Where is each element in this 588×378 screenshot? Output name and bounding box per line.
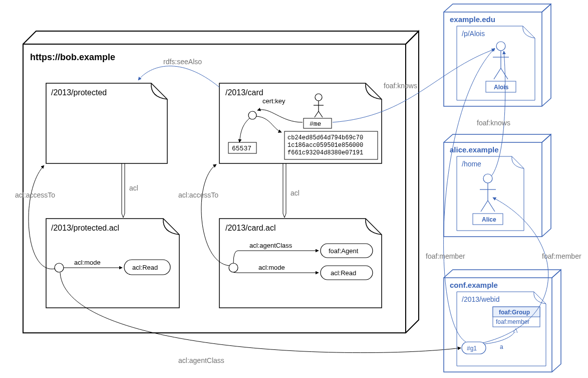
svg-line-7 — [315, 111, 319, 117]
svg-point-20 — [483, 174, 492, 183]
doctitle-conf: /2013/webid — [462, 295, 500, 303]
stickfigure-alois — [493, 42, 509, 79]
label-accessTo-left: acl:accessTo — [15, 191, 55, 199]
svg-line-2 — [122, 214, 123, 218]
svg-line-14 — [284, 214, 286, 218]
text-alois: Alois — [494, 84, 509, 91]
svg-line-3 — [123, 214, 125, 218]
text-g1: #g1 — [467, 345, 477, 352]
label-mode-card: acl:mode — [258, 264, 285, 271]
label-member-left: foaf:member — [426, 252, 465, 260]
label-cert-key: cert:key — [262, 97, 285, 105]
edge-accessTo-right: acl:accessTo — [178, 164, 229, 266]
label-conf-example: conf.example — [450, 281, 498, 289]
edge-agentClass-out: acl:agentClass — [60, 273, 461, 364]
label-member-right: foaf:member — [542, 252, 581, 260]
text-group-member: foaf:member — [496, 318, 529, 325]
label-agentClass: acl:agentClass — [249, 242, 292, 249]
doc-card-acl-title: /2013/card.acl — [225, 224, 276, 232]
edge-accessTo-left: acl:accessTo — [15, 165, 55, 269]
modulus-line-1: 1c186acc059501e856000 — [287, 142, 363, 149]
svg-line-8 — [319, 111, 323, 117]
svg-line-18 — [494, 68, 501, 79]
box-conf-example: conf.example /2013/webid foaf:Group foaf… — [444, 270, 561, 372]
edge-foaf-knows-mid: foaf:knows — [477, 51, 510, 175]
main-box-title: https://bob.example — [30, 52, 115, 62]
doc-card-title: /2013/card — [225, 88, 263, 97]
svg-point-15 — [496, 42, 505, 51]
label-acl-mode: acl:mode — [74, 259, 101, 266]
box-alice-example: alice.example /home Alice — [444, 134, 551, 237]
label-seeAlso: rdfs:seeAlso — [163, 58, 202, 66]
svg-point-4 — [315, 94, 322, 101]
doc-protected-acl-title: /2013/protected.acl — [51, 224, 119, 232]
svg-line-23 — [481, 201, 488, 212]
label-agentClass-out: acl:agentClass — [178, 356, 224, 364]
label-knows-top: foaf:knows — [384, 82, 417, 90]
label-acl-left: acl — [129, 184, 138, 192]
text-me: #me — [310, 120, 321, 128]
text-foaf-agent: foaf:Agent — [329, 247, 359, 255]
cert-key-node — [248, 111, 256, 119]
blank-node — [55, 263, 64, 272]
diagram-canvas: https://bob.example /2013/protected /201… — [0, 0, 588, 378]
label-accessTo-right: acl:accessTo — [178, 191, 218, 199]
edge-foaf-knows-top: foaf:knows — [333, 49, 495, 122]
doc-protected-title: /2013/protected — [51, 88, 107, 97]
doc-protected: /2013/protected — [46, 83, 167, 163]
doc-card: /2013/card #me cert:key 65537 cb24ed85d6… — [219, 83, 382, 163]
label-knows-mid: foaf:knows — [477, 119, 510, 127]
doctitle-alice: /home — [462, 160, 481, 168]
label-example-edu: example.edu — [450, 15, 495, 24]
modulus-line-2: f661c93204d8380e07191 — [287, 149, 363, 156]
main-box: https://bob.example — [23, 31, 419, 333]
edge-seeAlso: rdfs:seeAlso — [138, 58, 219, 87]
text-acl-read-card: acl:Read — [331, 269, 356, 277]
stickfigure-alice — [480, 174, 496, 212]
text-acl-read: acl:Read — [132, 264, 158, 271]
svg-line-24 — [488, 201, 495, 212]
doc-card-acl: /2013/card.acl acl:agentClass foaf:Agent… — [219, 219, 382, 308]
text-group: foaf:Group — [499, 309, 530, 316]
doc-protected-acl: /2013/protected.acl acl:mode acl:Read — [46, 219, 179, 308]
edge-acl-right: acl — [283, 163, 300, 218]
text-a: a — [500, 343, 503, 350]
svg-line-19 — [501, 68, 508, 79]
svg-line-13 — [283, 214, 284, 218]
stickfigure-me — [314, 94, 324, 117]
text-exponent: 65537 — [232, 145, 251, 152]
modulus-line-0: cb24ed85d64d794b69c70 — [287, 134, 363, 141]
text-alice: Alice — [482, 216, 496, 223]
blank-node-card — [229, 263, 238, 272]
box-example-edu: example.edu /p/Alois Alois — [444, 4, 551, 106]
label-acl-right: acl — [290, 189, 300, 197]
doctitle-edu: /p/Alois — [462, 30, 485, 38]
edge-acl-left: acl — [122, 163, 138, 218]
label-alice-example: alice.example — [450, 145, 499, 154]
